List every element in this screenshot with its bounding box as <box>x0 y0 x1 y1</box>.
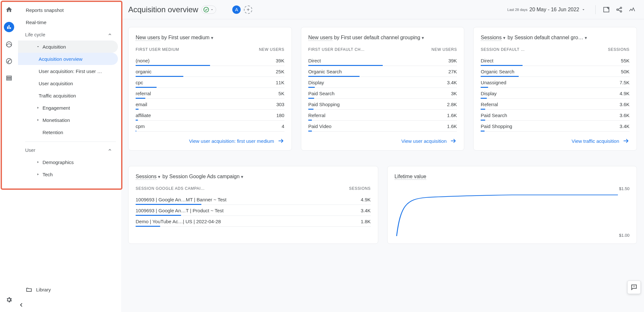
nav-label: Tech <box>43 172 53 177</box>
sidebar-item-monetisation[interactable]: Monetisation <box>18 114 118 126</box>
table-row[interactable]: Referral 1.6K <box>308 110 457 121</box>
sidebar-item-engagement[interactable]: Engagement <box>18 102 118 114</box>
sidebar-section-lifecycle[interactable]: Life cycle <box>18 28 118 41</box>
table-row[interactable]: 1009693 | Google An…T | Product ~ Test 3… <box>136 205 371 216</box>
chevron-down-icon <box>36 45 40 49</box>
card-dimension-dropdown[interactable]: Session default channel gro…▼ <box>514 35 588 40</box>
table-row[interactable]: Direct 55K <box>481 55 630 66</box>
table-header: FIRST USER DEFAULT CH… NEW USERS <box>308 47 457 52</box>
table-row[interactable]: affiliate 180 <box>136 110 284 121</box>
row-value: 7.5K <box>620 80 630 85</box>
table-col-dimension: FIRST USER DEFAULT CH… <box>308 47 365 52</box>
table-row[interactable]: cpm 4 <box>136 121 284 132</box>
table-row[interactable]: Unassigned 7.5K <box>481 77 630 88</box>
reports-icon[interactable] <box>4 22 14 32</box>
sidebar-item-acquisition[interactable]: Acquisition <box>18 41 118 53</box>
row-label: Paid Shopping <box>308 102 340 107</box>
nav-label: Traffic acquisition <box>39 93 76 98</box>
share-report-icon[interactable] <box>614 5 624 14</box>
sidebar-item-retention[interactable]: Retention <box>18 126 118 138</box>
sidebar-item-library[interactable]: Library <box>18 280 121 299</box>
table-row[interactable]: Organic Search 50K <box>481 66 630 77</box>
main-content: Acquisition overview A + Last 28 days 20… <box>121 0 644 312</box>
row-label: (none) <box>136 58 149 63</box>
collapse-sidebar-button[interactable] <box>18 299 121 312</box>
card-lifetime-value: Lifetime value $1.50 $1.00 <box>387 166 637 244</box>
table-col-dimension: SESSION DEFAULT … <box>481 47 525 52</box>
chevron-right-icon <box>36 160 40 164</box>
svg-rect-0 <box>7 27 8 29</box>
card-footer-link[interactable]: View traffic acquisition <box>481 132 630 144</box>
comparison-segment-all-users[interactable]: A <box>232 5 241 14</box>
card-new-users-by-medium: New users by First user medium▼ FIRST US… <box>128 27 292 151</box>
table-row[interactable]: referral 5K <box>136 88 284 99</box>
home-icon[interactable] <box>5 5 14 14</box>
sidebar-item-tech[interactable]: Tech <box>18 168 118 180</box>
table-row[interactable]: Paid Video 1.6K <box>308 121 457 132</box>
table-row[interactable]: Paid Shopping 2.8K <box>308 99 457 110</box>
table-row[interactable]: 1009693 | Google An…MT | Banner ~ Test 4… <box>136 194 371 205</box>
row-value: 180 <box>276 113 284 118</box>
table-header: FIRST USER MEDIUM NEW USERS <box>136 47 284 52</box>
row-value: 4.9K <box>361 197 371 202</box>
data-quality-dropdown[interactable] <box>201 5 216 14</box>
advertising-icon[interactable] <box>5 57 14 66</box>
card-footer-link[interactable]: View user acquisition: first user medium <box>136 132 284 144</box>
chevron-right-icon <box>36 106 40 110</box>
insights-icon[interactable] <box>627 5 637 14</box>
chevron-down-icon <box>210 8 214 12</box>
card-by: by <box>161 35 168 40</box>
date-range-picker[interactable]: Last 28 days 20 May - 16 Jun 2022 <box>507 7 586 13</box>
sidebar-item-traffic-acquisition[interactable]: Traffic acquisition <box>18 89 118 102</box>
explore-icon[interactable] <box>5 40 14 49</box>
chevron-right-icon <box>36 172 40 176</box>
sidebar-item-reports-snapshot[interactable]: Reports snapshot <box>18 4 118 16</box>
admin-gear-icon[interactable] <box>5 295 14 304</box>
table-row[interactable]: cpc 11K <box>136 77 284 88</box>
customize-report-icon[interactable] <box>601 5 611 14</box>
sidebar-item-demographics[interactable]: Demographics <box>18 156 118 168</box>
table-row[interactable]: Paid Shopping 3.4K <box>481 121 630 132</box>
table-row[interactable]: Direct 39K <box>308 55 457 66</box>
table-row[interactable]: Organic Search 27K <box>308 66 457 77</box>
check-circle-icon <box>203 6 209 13</box>
table-row[interactable]: Display 4.9K <box>481 88 630 99</box>
table-row[interactable]: Demo | YouTube Ac…| US | 2022-04-28 1.8K <box>136 216 371 227</box>
sidebar-item-user-acquisition[interactable]: User acquisition <box>18 77 118 89</box>
card-title: Sessions▼ by Session Google Ads campaign… <box>136 173 371 180</box>
table-row[interactable]: (none) 39K <box>136 55 284 66</box>
add-comparison-button[interactable]: + <box>244 5 252 14</box>
row-label: Paid Video <box>308 124 332 129</box>
row-label: referral <box>136 91 151 96</box>
arrow-right-icon <box>622 137 630 144</box>
table-row[interactable]: Referral 3.6K <box>481 99 630 110</box>
configure-icon[interactable] <box>5 73 14 82</box>
row-label: Display <box>481 91 496 96</box>
card-dimension-dropdown[interactable]: Session Google Ads campaign▼ <box>169 174 244 179</box>
table-col-metric: NEW USERS <box>259 47 284 52</box>
table-row[interactable]: organic 25K <box>136 66 284 77</box>
card-footer-link[interactable]: View user acquisition <box>308 132 457 144</box>
row-label: Referral <box>308 113 325 118</box>
sidebar-item-user-acquisition-first-user[interactable]: User acquisition: First user … <box>18 65 118 77</box>
row-label: Display <box>308 80 324 85</box>
y-tick-label: $1.00 <box>619 233 630 238</box>
table-row[interactable]: Paid Search 3K <box>308 88 457 99</box>
lifetime-value-line-chart: $1.50 $1.00 <box>395 186 630 238</box>
sidebar-item-realtime[interactable]: Real-time <box>18 16 118 28</box>
card-dimension-dropdown[interactable]: First user medium▼ <box>168 35 214 40</box>
row-value: 1.6K <box>447 124 457 129</box>
table-col-metric: SESSIONS <box>349 186 371 191</box>
footer-link-label: View user acquisition <box>401 138 447 144</box>
sidebar-item-acquisition-overview[interactable]: Acquisition overview <box>18 53 118 65</box>
chevron-up-icon <box>108 148 112 152</box>
card-dimension-dropdown[interactable]: First user default channel grouping▼ <box>341 35 425 40</box>
sidebar-section-user[interactable]: User <box>18 144 118 156</box>
send-feedback-button[interactable] <box>627 280 641 294</box>
table-row[interactable]: Paid Search 3.6K <box>481 110 630 121</box>
table-row[interactable]: email 303 <box>136 99 284 110</box>
row-value: 5K <box>278 91 284 96</box>
nav-label: User acquisition: First user … <box>39 69 102 74</box>
table-row[interactable]: Display 3.4K <box>308 77 457 88</box>
card-metric: Sessions <box>481 35 502 41</box>
